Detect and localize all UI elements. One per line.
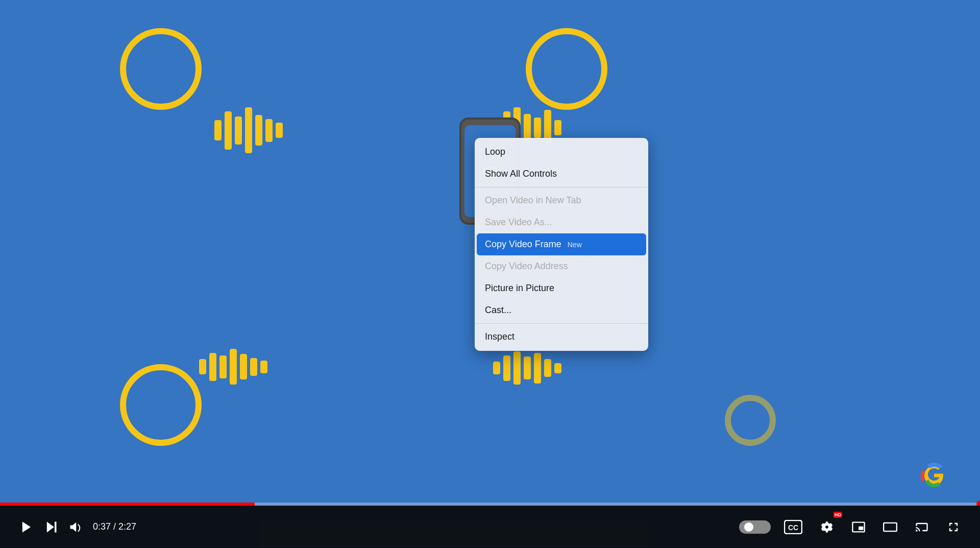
captions-button[interactable]: CC bbox=[780, 516, 806, 538]
play-icon bbox=[19, 520, 34, 534]
context-menu: Loop Show All Controls Open Video in New… bbox=[475, 138, 648, 351]
cast-button[interactable] bbox=[911, 516, 933, 538]
menu-item-save-as: Save Video As... bbox=[475, 211, 648, 233]
volume-button[interactable] bbox=[64, 516, 87, 538]
svg-marker-6 bbox=[70, 522, 77, 532]
sound-wave-right-bottom bbox=[493, 351, 561, 385]
decorative-circle-top-left bbox=[120, 28, 202, 110]
menu-divider-2 bbox=[475, 323, 648, 324]
svg-text:CC: CC bbox=[788, 523, 798, 532]
svg-marker-3 bbox=[22, 521, 31, 532]
skip-next-icon bbox=[44, 520, 58, 534]
toggle-empty bbox=[756, 522, 766, 532]
menu-item-cast[interactable]: Cast... bbox=[475, 299, 648, 321]
decorative-circle-top-right bbox=[526, 28, 607, 110]
menu-item-pip[interactable]: Picture in Picture bbox=[475, 277, 648, 299]
settings-button[interactable] bbox=[816, 516, 838, 538]
theater-icon bbox=[883, 520, 897, 534]
controls-bar: 0:37 / 2:27 CC bbox=[0, 506, 980, 548]
miniplayer-toggle[interactable] bbox=[739, 520, 771, 534]
google-logo bbox=[914, 456, 954, 497]
menu-divider-1 bbox=[475, 187, 648, 187]
cc-icon: CC bbox=[784, 520, 802, 534]
fullscreen-icon bbox=[946, 520, 961, 534]
gear-icon bbox=[820, 520, 834, 534]
menu-item-inspect[interactable]: Inspect bbox=[475, 326, 648, 348]
right-controls: CC HD bbox=[739, 516, 965, 538]
hd-badge: HD bbox=[834, 512, 842, 518]
volume-icon bbox=[68, 520, 83, 534]
play-button[interactable] bbox=[15, 516, 38, 538]
menu-item-copy-address: Copy Video Address bbox=[475, 255, 648, 277]
sound-wave-left-top bbox=[214, 107, 283, 153]
settings-button-container[interactable]: HD bbox=[816, 516, 838, 538]
menu-item-open-new-tab: Open Video in New Tab bbox=[475, 189, 648, 211]
video-container: 0:37 / 2:27 CC bbox=[0, 0, 980, 548]
svg-rect-11 bbox=[884, 522, 897, 531]
toggle-circle bbox=[744, 522, 753, 532]
menu-item-copy-frame[interactable]: Copy Video Frame bbox=[477, 233, 646, 255]
time-display: 0:37 / 2:27 bbox=[93, 521, 136, 532]
miniplayer-button[interactable] bbox=[847, 516, 870, 538]
decorative-circle-bottom-left bbox=[120, 364, 202, 446]
theater-mode-button[interactable] bbox=[879, 516, 901, 538]
next-button[interactable] bbox=[40, 516, 62, 538]
svg-rect-10 bbox=[859, 526, 863, 530]
menu-item-show-all-controls[interactable]: Show All Controls bbox=[475, 163, 648, 185]
menu-item-loop[interactable]: Loop bbox=[475, 141, 648, 163]
svg-marker-4 bbox=[47, 521, 54, 532]
svg-rect-5 bbox=[55, 521, 57, 532]
fullscreen-button[interactable] bbox=[942, 516, 965, 538]
google-g-svg bbox=[916, 459, 952, 494]
cast-icon bbox=[915, 520, 929, 534]
decorative-circle-bottom-right bbox=[725, 395, 776, 446]
miniplayer-icon bbox=[851, 520, 866, 534]
sound-wave-left-bottom bbox=[199, 349, 267, 385]
